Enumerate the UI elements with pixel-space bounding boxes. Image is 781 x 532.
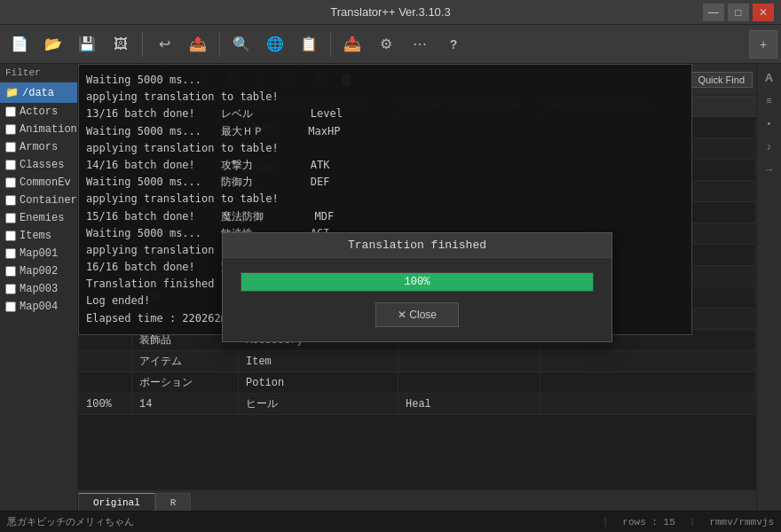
dialog-body: 100% ✕ Close — [223, 258, 611, 341]
rp-arrow-button[interactable]: → — [760, 160, 779, 179]
sidebar-items: ActorsAnimationsArmorsClassesCommonEvCon… — [0, 103, 77, 316]
title-bar: Translator++ Ver.3.10.3 — □ ✕ — [0, 0, 781, 25]
status-rows: rows : 15 — [622, 517, 674, 528]
rp-list-button[interactable]: • — [760, 113, 779, 133]
log-line: Waiting 5000 ms... 最大ＨＰ MaxHP — [86, 123, 684, 140]
sidebar-item-commonev[interactable]: CommonEv — [0, 174, 77, 192]
folder-icon: 📁 — [5, 86, 19, 99]
save-button[interactable]: 💾 — [71, 28, 103, 60]
toolbar-sep-1 — [142, 32, 143, 57]
more-button[interactable]: ⋯ — [404, 28, 436, 60]
status-bar: 悪ガキビッチのメリィちゃん | rows : 15 | rmmv/rmmvjs — [0, 511, 781, 532]
table-row[interactable]: アイテムItem — [79, 351, 756, 372]
undo-button[interactable]: ↩ — [148, 28, 180, 60]
log-line: Waiting 5000 ms... — [86, 72, 684, 89]
new-button[interactable]: 📄 — [4, 28, 36, 60]
list-button[interactable]: 📋 — [293, 28, 325, 60]
log-line: 13/16 batch done! レベル Level — [86, 106, 684, 122]
sidebar-item-map003[interactable]: Map003 — [0, 280, 77, 298]
rp-align-button[interactable]: ≡ — [760, 90, 779, 110]
main-layout: Filter 📁 /data ActorsAnimationsArmorsCla… — [0, 64, 781, 511]
quickfind-button[interactable]: Quick Find — [690, 72, 753, 88]
dialog-close-button[interactable]: ✕ Close — [375, 302, 459, 327]
sidebar-item-map002[interactable]: Map002 — [0, 262, 77, 280]
sidebar: Filter 📁 /data ActorsAnimationsArmorsCla… — [0, 64, 78, 511]
log-line: applying translation to table! — [86, 191, 684, 207]
minimize-button[interactable]: — — [703, 4, 724, 21]
content-area: + 🗑 ↑ A ≡ B I S 🖼 📋 Quick Find Initial M… — [78, 64, 756, 511]
save-image-button[interactable]: 🖼 — [105, 28, 137, 60]
sidebar-item-animations[interactable]: Animations — [0, 121, 77, 138]
log-line: 14/16 batch done! 攻撃力 ATK — [86, 157, 684, 174]
dialog-actions: ✕ Close — [241, 302, 594, 327]
progress-bar-container: 100% — [241, 272, 594, 292]
filter-row: Filter — [0, 64, 77, 82]
sidebar-item-armors[interactable]: Armors — [0, 138, 77, 156]
bottom-tabs: Original R — [78, 489, 756, 511]
close-button[interactable]: ✕ — [753, 4, 774, 21]
export-button[interactable]: 📤 — [182, 28, 214, 60]
table-row[interactable]: ポーションPotion — [79, 372, 756, 394]
data-root-label: /data — [22, 87, 54, 99]
log-line: applying translation to table! — [86, 140, 684, 157]
sidebar-data-root[interactable]: 📁 /data — [0, 82, 77, 103]
maximize-button[interactable]: □ — [728, 4, 749, 21]
sidebar-item-map004[interactable]: Map004 — [0, 298, 77, 316]
status-engine: rmmv/rmmvjs — [709, 517, 774, 528]
status-sep-2: | — [690, 517, 696, 528]
toolbar-sep-2 — [219, 32, 220, 57]
status-text: 悪ガキビッチのメリィちゃん — [7, 515, 588, 528]
dialog-title: Translation finished — [223, 233, 611, 258]
log-line: applying translation to table! — [86, 89, 684, 106]
app-title: Translator++ Ver.3.10.3 — [330, 5, 450, 19]
extra-button[interactable]: + — [749, 30, 777, 59]
table-row[interactable]: 100%14ヒールHeal — [79, 394, 756, 415]
settings-button[interactable]: ⚙ — [370, 28, 402, 60]
window-controls: — □ ✕ — [703, 4, 774, 21]
find-button[interactable]: 🔍 — [225, 28, 257, 60]
log-line: 15/16 batch done! 魔法防御 MDF — [86, 208, 684, 225]
right-panel: A ≡ • ♪ → — [756, 64, 781, 511]
rp-font-button[interactable]: A — [760, 67, 779, 87]
sidebar-item-items[interactable]: Items — [0, 227, 77, 245]
log-line: Waiting 5000 ms... 防御力 DEF — [86, 174, 684, 191]
sidebar-item-map001[interactable]: Map001 — [0, 245, 77, 262]
rp-sound-button[interactable]: ♪ — [760, 137, 779, 156]
sidebar-item-classes[interactable]: Classes — [0, 156, 77, 174]
filter-label: Filter — [5, 67, 41, 78]
open-button[interactable]: 📂 — [37, 28, 69, 60]
import-button[interactable]: 📥 — [336, 28, 368, 60]
progress-label: 100% — [241, 273, 593, 291]
tab-r[interactable]: R — [155, 493, 192, 511]
help-button[interactable]: ? — [438, 28, 469, 60]
sidebar-item-actors[interactable]: Actors — [0, 103, 77, 121]
tab-original[interactable]: Original — [78, 493, 155, 511]
toolbar-sep-3 — [330, 32, 331, 57]
translate-button[interactable]: 🌐 — [259, 28, 291, 60]
sidebar-item-enemies[interactable]: Enemies — [0, 209, 77, 227]
sidebar-item-containerpl[interactable]: ContainerPl — [0, 192, 77, 209]
status-sep-1: | — [603, 517, 609, 528]
main-toolbar: 📄 📂 💾 🖼 ↩ 📤 🔍 🌐 📋 📥 ⚙ ⋯ ? + — [0, 25, 781, 64]
toolbar-right: + — [749, 30, 777, 59]
translation-dialog: Translation finished 100% ✕ Close — [222, 232, 612, 342]
